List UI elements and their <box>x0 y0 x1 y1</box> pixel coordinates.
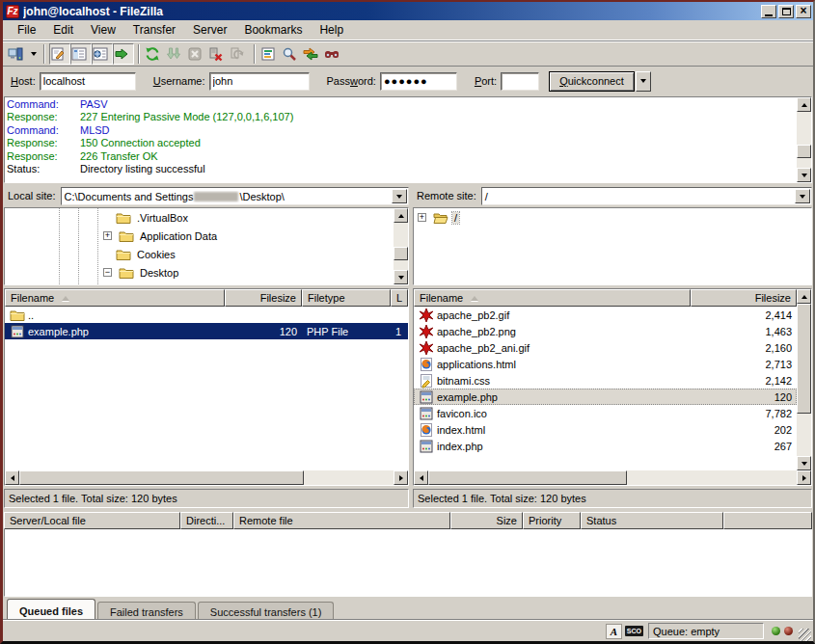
queue-column-directi-[interactable]: Directi... <box>180 512 233 529</box>
file-row--[interactable]: .. <box>5 307 408 323</box>
tree-item[interactable]: Cookies <box>5 245 394 263</box>
maximize-button[interactable] <box>778 5 794 18</box>
remote-site-combo[interactable]: / <box>481 187 812 205</box>
scroll-up-button[interactable] <box>797 97 811 112</box>
site-manager-dropdown-button[interactable] <box>28 43 40 65</box>
scroll-track[interactable] <box>428 470 797 485</box>
tree-item[interactable]: −Desktop <box>5 263 394 282</box>
scroll-right-button[interactable] <box>394 470 408 485</box>
scroll-track[interactable] <box>394 223 408 270</box>
menu-item-transfer[interactable]: Transfer <box>124 21 184 39</box>
scroll-down-button[interactable] <box>394 270 408 284</box>
remote-vertical-scrollbar[interactable] <box>797 289 811 470</box>
column-header-l[interactable]: L <box>391 289 408 307</box>
column-header-filename[interactable]: Filename <box>5 289 225 307</box>
synchronized-browsing-button[interactable] <box>302 43 323 65</box>
scroll-thumb[interactable] <box>394 247 408 260</box>
scroll-up-button[interactable] <box>394 208 408 223</box>
scroll-track[interactable] <box>19 470 394 485</box>
tree-item[interactable]: +/ <box>414 208 811 227</box>
speed-limits-icon[interactable]: SCO <box>625 626 643 636</box>
minimize-button[interactable] <box>761 5 776 18</box>
host-input[interactable] <box>40 72 136 91</box>
menu-item-file[interactable]: File <box>9 21 44 39</box>
tree-item[interactable]: .VirtualBox <box>5 208 394 227</box>
queue-column-status[interactable]: Status <box>581 512 723 529</box>
password-input[interactable] <box>380 72 457 91</box>
scroll-track[interactable] <box>797 112 811 168</box>
scroll-left-button[interactable] <box>5 470 19 485</box>
resize-grip[interactable] <box>799 629 811 641</box>
expand-plus-icon[interactable]: + <box>103 231 112 240</box>
toggle-message-log-button[interactable] <box>49 43 70 65</box>
scroll-track[interactable] <box>797 304 811 456</box>
tab-successful-transfers-1-[interactable]: Successful transfers (1) <box>198 602 335 620</box>
filter-button[interactable] <box>259 43 281 65</box>
file-row-example-php[interactable]: example.php120PHP File1 <box>5 323 408 339</box>
file-row-favicon-ico[interactable]: favicon.ico7,782 <box>414 405 797 421</box>
queue-column-size[interactable]: Size <box>450 512 523 529</box>
file-row-bitnami-css[interactable]: bitnami.css2,142 <box>414 372 797 389</box>
find-files-button[interactable] <box>323 43 344 65</box>
process-queue-button[interactable] <box>165 43 186 65</box>
toggle-local-tree-button[interactable] <box>70 43 92 65</box>
scroll-down-button[interactable] <box>797 168 811 182</box>
menu-item-server[interactable]: Server <box>184 21 235 39</box>
disconnect-button[interactable] <box>207 43 229 65</box>
site-manager-button[interactable] <box>7 43 28 65</box>
file-row-index-php[interactable]: index.php267 <box>414 438 797 454</box>
quickconnect-dropdown-button[interactable] <box>636 71 651 92</box>
scroll-down-button[interactable] <box>797 456 811 470</box>
scroll-thumb[interactable] <box>797 304 811 414</box>
queue-body[interactable] <box>4 529 812 597</box>
transfer-type-indicator[interactable]: A <box>606 624 622 639</box>
menu-item-bookmarks[interactable]: Bookmarks <box>235 21 311 39</box>
queue-column-remote-file[interactable]: Remote file <box>233 512 450 529</box>
refresh-button[interactable] <box>144 43 165 65</box>
reconnect-button[interactable] <box>229 43 250 65</box>
scroll-right-button[interactable] <box>797 470 811 485</box>
cancel-button[interactable] <box>186 43 207 65</box>
local-horizontal-scrollbar[interactable] <box>5 470 408 485</box>
app-icon[interactable]: Fz <box>6 5 19 18</box>
queue-column-priority[interactable]: Priority <box>523 512 581 529</box>
queue-column-blank[interactable] <box>723 512 812 529</box>
file-row-example-php[interactable]: example.php120 <box>414 389 797 405</box>
tab-failed-transfers[interactable]: Failed transfers <box>97 602 196 620</box>
file-row-apache-pb2-gif[interactable]: apache_pb2.gif2,414 <box>414 307 797 323</box>
queue-column-server-local-file[interactable]: Server/Local file <box>4 512 180 529</box>
scroll-thumb[interactable] <box>797 145 811 158</box>
remote-site-dropdown-button[interactable] <box>795 189 810 203</box>
column-header-filetype[interactable]: Filetype <box>302 289 391 307</box>
local-site-combo[interactable]: C:\Documents and Settings\Desktop\ <box>61 187 409 205</box>
column-header-filesize[interactable]: Filesize <box>225 289 302 307</box>
close-button[interactable]: × <box>796 5 811 18</box>
tab-queued-files[interactable]: Queued files <box>7 599 95 620</box>
scroll-left-button[interactable] <box>414 470 428 485</box>
scroll-thumb[interactable] <box>428 470 627 485</box>
quickconnect-button[interactable]: Quickconnect <box>549 71 635 92</box>
toggle-queue-button[interactable] <box>113 43 134 65</box>
tree-item[interactable]: +Application Data <box>5 227 394 245</box>
remote-horizontal-scrollbar[interactable] <box>414 470 811 485</box>
file-row-apache-pb2-ani-gif[interactable]: apache_pb2_ani.gif2,160 <box>414 339 797 356</box>
file-row-index-html[interactable]: index.html202 <box>414 421 797 438</box>
log-vertical-scrollbar[interactable] <box>797 97 811 182</box>
collapse-minus-icon[interactable]: − <box>103 268 112 277</box>
toggle-remote-tree-button[interactable] <box>92 43 113 65</box>
column-header-filesize[interactable]: Filesize <box>691 289 797 307</box>
menu-item-help[interactable]: Help <box>311 21 352 39</box>
scroll-up-button[interactable] <box>797 289 811 304</box>
scroll-thumb[interactable] <box>19 470 304 485</box>
local-site-dropdown-button[interactable] <box>392 189 407 203</box>
directory-comparison-button[interactable] <box>281 43 302 65</box>
port-input[interactable] <box>501 72 539 91</box>
file-row-apache-pb2-png[interactable]: apache_pb2.png1,463 <box>414 323 797 339</box>
menu-item-edit[interactable]: Edit <box>44 21 82 39</box>
expand-plus-icon[interactable]: + <box>418 213 426 222</box>
local-tree-scrollbar[interactable] <box>394 208 408 284</box>
column-header-filename[interactable]: Filename <box>414 289 691 307</box>
username-input[interactable] <box>209 72 310 91</box>
menu-item-view[interactable]: View <box>82 21 124 39</box>
file-row-applications-html[interactable]: applications.html2,713 <box>414 356 797 372</box>
